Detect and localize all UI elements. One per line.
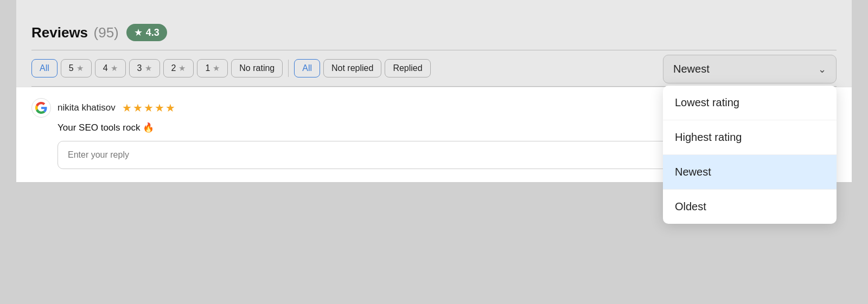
reviews-label: Reviews <box>31 24 88 41</box>
filter-btn-replied[interactable]: Replied <box>385 59 430 77</box>
rating-value: 4.3 <box>146 27 159 38</box>
rating-star-icon: ★ <box>134 27 143 38</box>
rating-filter-group: All 5 ★ 4 ★ 3 ★ 2 ★ 1 ★ No rating <box>31 59 283 77</box>
sort-select-wrapper: Newest ⌄ Lowest rating Highest rating Ne… <box>663 55 837 83</box>
google-icon <box>31 98 51 118</box>
chevron-down-icon: ⌄ <box>818 63 826 75</box>
filter-btn-all-rating[interactable]: All <box>31 59 58 77</box>
sort-option-newest[interactable]: Newest <box>663 155 837 190</box>
filter-btn-3star[interactable]: 3 ★ <box>129 59 160 77</box>
reviews-title: Reviews (95) <box>31 24 119 41</box>
review-star-3: ★ <box>144 101 154 114</box>
sort-option-lowest-rating[interactable]: Lowest rating <box>663 86 837 120</box>
filter-btn-5star[interactable]: 5 ★ <box>61 59 92 77</box>
sort-dropdown-menu: Lowest rating Highest rating Newest Olde… <box>663 86 837 224</box>
page-container: Reviews (95) ★ 4.3 All 5 ★ 4 ★ 3 ★ 2 ★ 1… <box>0 0 868 304</box>
star-icon-2: ★ <box>178 63 186 73</box>
filter-bar: All 5 ★ 4 ★ 3 ★ 2 ★ 1 ★ No rating All No… <box>31 50 837 86</box>
sort-select-button[interactable]: Newest ⌄ <box>663 55 837 83</box>
sort-current-value: Newest <box>673 63 710 75</box>
rating-badge: ★ 4.3 <box>126 24 167 41</box>
filter-btn-not-replied[interactable]: Not replied <box>323 59 381 77</box>
filter-btn-all-reply[interactable]: All <box>294 59 320 77</box>
review-star-2: ★ <box>133 101 143 114</box>
sort-option-highest-rating[interactable]: Highest rating <box>663 120 837 155</box>
review-star-4: ★ <box>155 101 164 114</box>
filter-btn-2star[interactable]: 2 ★ <box>163 59 194 77</box>
filter-btn-4star[interactable]: 4 ★ <box>95 59 126 77</box>
star-icon-4: ★ <box>111 63 118 73</box>
filter-btn-1star[interactable]: 1 ★ <box>197 59 228 77</box>
reviewer-name: nikita khatisov <box>58 102 116 113</box>
star-icon-3: ★ <box>145 63 152 73</box>
reviews-header: Reviews (95) ★ 4.3 <box>31 13 837 50</box>
review-star-1: ★ <box>122 101 132 114</box>
filter-btn-no-rating[interactable]: No rating <box>231 59 283 77</box>
sort-option-oldest[interactable]: Oldest <box>663 190 837 224</box>
filter-separator <box>288 60 289 77</box>
review-stars: ★ ★ ★ ★ ★ <box>122 101 175 114</box>
main-content: Reviews (95) ★ 4.3 All 5 ★ 4 ★ 3 ★ 2 ★ 1… <box>16 0 852 182</box>
reviews-count: (95) <box>94 24 119 41</box>
star-icon-5: ★ <box>76 63 84 73</box>
review-star-5: ★ <box>165 101 175 114</box>
sort-dropdown-container: Newest ⌄ Lowest rating Highest rating Ne… <box>663 55 837 83</box>
reply-filter-group: All Not replied Replied <box>294 59 430 77</box>
star-icon-1: ★ <box>213 63 220 73</box>
